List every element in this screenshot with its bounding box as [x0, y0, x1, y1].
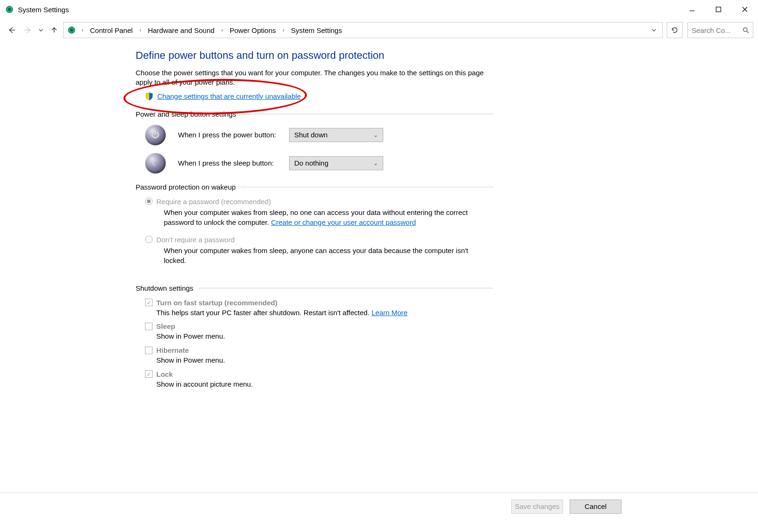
no-password-desc: When your computer wakes from sleep, any…: [164, 246, 489, 265]
nav-bar: › Control Panel › Hardware and Sound › P…: [5, 21, 753, 40]
checkbox-icon: ✓: [145, 299, 153, 306]
window-title: System Settings: [18, 6, 69, 14]
chevron-down-icon: ⌄: [373, 132, 378, 138]
power-button-label: When I press the power button:: [178, 131, 277, 139]
up-button[interactable]: [47, 23, 61, 37]
change-settings-link-text: Change settings that are currently unava…: [157, 92, 301, 100]
search-icon: [742, 27, 749, 33]
fast-startup-desc: This helps start your PC faster after sh…: [156, 308, 493, 318]
checkbox-icon: [145, 347, 153, 354]
svg-point-7: [70, 29, 73, 32]
svg-point-1: [8, 8, 11, 11]
radio-icon: [145, 236, 153, 243]
power-button-dropdown[interactable]: Shut down⌄: [289, 128, 383, 142]
back-button[interactable]: [5, 23, 19, 37]
sleep-icon: ☾: [145, 153, 166, 174]
sleep-desc: Show in Power menu.: [156, 331, 493, 341]
save-changes-button: Save changes: [511, 500, 563, 514]
fast-startup-checkbox: ✓ Turn on fast startup (recommended): [145, 299, 493, 307]
search-placeholder: Search Co...: [692, 26, 731, 34]
no-password-radio: Don't require a password: [145, 236, 493, 244]
hibernate-checkbox: Hibernate: [145, 346, 493, 354]
breadcrumb-item[interactable]: Power Options: [228, 26, 278, 34]
breadcrumb-icon: [66, 25, 77, 35]
chevron-down-icon: ⌄: [373, 160, 378, 167]
breadcrumb-item[interactable]: System Settings: [289, 26, 344, 34]
section-shutdown-header: Shutdown settings: [136, 284, 493, 292]
footer: Save changes Cancel: [0, 492, 758, 520]
svg-point-8: [743, 28, 747, 32]
content-pane: Define power buttons and turn on passwor…: [136, 49, 493, 394]
lock-desc: Show in account picture menu.: [156, 379, 493, 389]
chevron-right-icon: ›: [79, 27, 86, 33]
app-icon: [5, 5, 14, 14]
search-input[interactable]: Search Co...: [687, 22, 753, 38]
cancel-button[interactable]: Cancel: [570, 500, 621, 514]
breadcrumb[interactable]: › Control Panel › Hardware and Sound › P…: [63, 22, 663, 38]
require-password-radio: Require a password (recommended): [145, 198, 493, 206]
chevron-right-icon: ›: [280, 27, 287, 33]
section-password-header: Password protection on wakeup: [136, 183, 493, 191]
intro-text: Choose the power settings that you want …: [136, 68, 484, 87]
window-controls: [679, 0, 758, 18]
shield-icon: [145, 92, 153, 101]
recent-dropdown[interactable]: [37, 23, 45, 37]
power-icon: ⏻: [145, 125, 166, 145]
checkbox-icon: [145, 323, 153, 330]
forward-button[interactable]: [21, 23, 35, 37]
change-settings-link[interactable]: Change settings that are currently unava…: [145, 92, 493, 101]
close-button[interactable]: [732, 0, 758, 18]
chevron-down-icon[interactable]: [651, 27, 657, 33]
account-password-link[interactable]: Create or change your user account passw…: [271, 218, 416, 226]
page-title: Define power buttons and turn on passwor…: [136, 49, 493, 62]
sleep-checkbox: Sleep: [145, 322, 493, 330]
chevron-right-icon: ›: [218, 27, 226, 33]
minimize-button[interactable]: [679, 0, 705, 18]
hibernate-desc: Show in Power menu.: [156, 355, 493, 365]
checkbox-icon: ✓: [145, 370, 153, 378]
lock-checkbox: ✓ Lock: [145, 370, 493, 378]
maximize-button[interactable]: [705, 0, 732, 18]
title-bar: System Settings: [0, 0, 758, 19]
sleep-button-label: When I press the sleep button:: [178, 159, 277, 167]
learn-more-link[interactable]: Learn More: [371, 309, 408, 317]
breadcrumb-item[interactable]: Hardware and Sound: [146, 26, 217, 34]
require-password-desc: When your computer wakes from sleep, no …: [164, 207, 489, 227]
section-power-sleep-header: Power and sleep button settings: [136, 110, 493, 118]
svg-rect-3: [716, 7, 721, 12]
chevron-right-icon: ›: [137, 27, 144, 33]
breadcrumb-item[interactable]: Control Panel: [88, 26, 135, 34]
svg-line-9: [747, 31, 749, 33]
radio-icon: [145, 198, 153, 205]
refresh-button[interactable]: [667, 22, 683, 38]
sleep-button-dropdown[interactable]: Do nothing⌄: [289, 156, 383, 170]
